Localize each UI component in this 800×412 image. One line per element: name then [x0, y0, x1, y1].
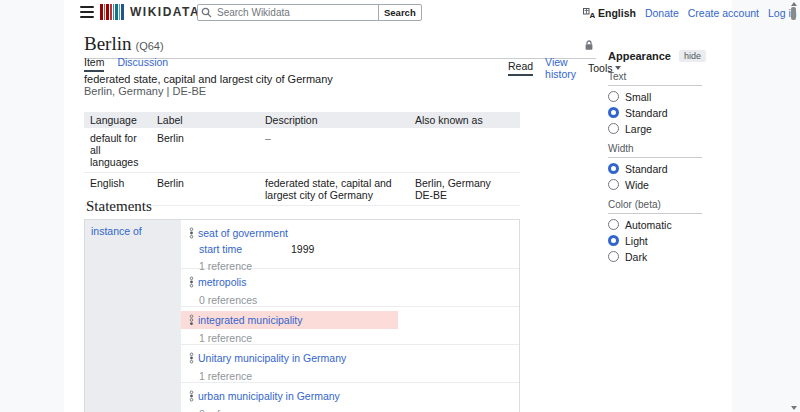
radio-icon-selected[interactable]	[608, 235, 619, 246]
cell-label: Berlin	[151, 173, 259, 206]
references-toggle[interactable]: 0 references	[199, 294, 519, 306]
cell-description: federated state, capital and largest cit…	[259, 173, 409, 206]
table-row: default for all languages Berlin –	[84, 128, 520, 173]
statement-row: Unitary municipality in Germany 1 refere…	[181, 345, 519, 383]
rank-selector-icon[interactable]	[188, 276, 195, 288]
page-canvas: WIKIDATA Search A English Donate Create …	[64, 0, 732, 412]
statement-row: metropolis 0 references	[181, 269, 519, 307]
statement-group-instance-of: instance of seat of government start tim…	[84, 219, 520, 412]
rank-selector-icon[interactable]	[188, 390, 195, 402]
radio-text-large[interactable]: Large	[608, 123, 702, 134]
section-label-width: Width	[608, 143, 702, 158]
cell-aliases	[409, 128, 520, 173]
tab-item[interactable]: Item	[84, 56, 104, 72]
radio-icon[interactable]	[608, 91, 619, 102]
radio-icon-selected[interactable]	[608, 163, 619, 174]
statement-row: seat of government start time1999 1 refe…	[181, 220, 519, 269]
radio-icon[interactable]	[608, 123, 619, 134]
statement-value-link[interactable]: integrated municipality	[198, 314, 302, 326]
appearance-title: Appearance	[608, 50, 671, 62]
cell-description: –	[259, 128, 409, 173]
statements-heading: Statements	[86, 198, 152, 215]
wikidata-logo[interactable]: WIKIDATA	[100, 4, 200, 20]
statement-value-link[interactable]: seat of government	[198, 227, 288, 239]
tab-view-history[interactable]: View history	[545, 56, 576, 80]
search-input[interactable]	[197, 4, 379, 21]
radio-color-automatic[interactable]: Automatic	[608, 219, 702, 230]
qualifier-value: 1999	[291, 243, 314, 255]
lock-icon	[584, 40, 594, 53]
scroll-up-arrow-icon[interactable]	[791, 2, 797, 6]
radio-color-dark[interactable]: Dark	[608, 251, 702, 262]
vertical-scrollbar[interactable]	[790, 0, 798, 412]
radio-icon[interactable]	[608, 219, 619, 230]
radio-text-small[interactable]: Small	[608, 91, 702, 102]
radio-text-standard[interactable]: Standard	[608, 107, 702, 118]
cell-language: default for all languages	[84, 128, 151, 173]
alias-line: Berlin, Germany	[415, 177, 514, 189]
column-header-description: Description	[259, 112, 409, 128]
entity-description: federated state, capital and largest cit…	[84, 73, 333, 85]
search-button[interactable]: Search	[378, 4, 422, 21]
language-icon: A	[583, 8, 595, 18]
terms-table: Language Label Description Also known as…	[84, 112, 520, 206]
terms-table-header-row: Language Label Description Also known as	[84, 112, 520, 128]
qualifier-property-link[interactable]: start time	[199, 243, 291, 255]
create-account-link[interactable]: Create account	[688, 7, 759, 19]
wikidata-logo-barcode-icon	[100, 4, 125, 20]
svg-text:A: A	[590, 11, 596, 19]
scroll-down-arrow-icon[interactable]	[791, 406, 797, 410]
radio-width-standard[interactable]: Standard	[608, 163, 702, 174]
statement-value-link[interactable]: Unitary municipality in Germany	[198, 352, 346, 364]
references-toggle[interactable]: 1 reference	[199, 332, 519, 344]
search-icon	[201, 7, 212, 20]
scrollbar-thumb[interactable]	[791, 7, 796, 20]
radio-icon[interactable]	[608, 251, 619, 262]
rank-selector-icon[interactable]	[188, 227, 195, 239]
entity-aliases: Berlin, Germany | DE-BE	[84, 85, 206, 97]
radio-color-light[interactable]: Light	[608, 235, 702, 246]
column-header-label: Label	[151, 112, 259, 128]
section-label-text: Text	[608, 71, 702, 86]
appearance-hide-button[interactable]: hide	[679, 50, 706, 62]
appearance-panel: Appearance hide Text Small Standard Larg…	[608, 50, 702, 262]
rank-selector-icon-deprecated[interactable]	[188, 314, 195, 326]
property-column: instance of	[85, 220, 181, 412]
column-header-also-known-as: Also known as	[409, 112, 520, 128]
section-label-color: Color (beta)	[608, 199, 702, 214]
donate-link[interactable]: Donate	[645, 7, 679, 19]
column-header-language: Language	[84, 112, 151, 128]
statement-value-link[interactable]: urban municipality in Germany	[198, 390, 340, 402]
language-label: English	[598, 7, 636, 19]
main-menu-icon[interactable]	[80, 6, 94, 18]
cell-label: Berlin	[151, 128, 259, 173]
radio-width-wide[interactable]: Wide	[608, 179, 702, 190]
rank-selector-icon[interactable]	[188, 352, 195, 364]
entity-id: (Q64)	[136, 40, 164, 52]
cell-aliases: Berlin, Germany DE-BE	[409, 173, 520, 206]
claims-column: seat of government start time1999 1 refe…	[181, 220, 519, 412]
language-selector[interactable]: A English	[583, 7, 636, 19]
statement-row-deprecated: integrated municipality 1 reference	[181, 307, 519, 345]
alias-line: DE-BE	[415, 189, 514, 201]
radio-icon[interactable]	[608, 179, 619, 190]
references-toggle[interactable]: 1 reference	[199, 370, 519, 382]
statement-row: urban municipality in Germany 0 referenc…	[181, 383, 519, 412]
logo-wordmark: WIKIDATA	[130, 5, 200, 19]
property-link[interactable]: instance of	[91, 225, 142, 237]
radio-icon-selected[interactable]	[608, 107, 619, 118]
tab-discussion[interactable]: Discussion	[117, 56, 168, 72]
page-title: Berlin	[84, 33, 132, 54]
tab-read[interactable]: Read	[508, 60, 533, 76]
references-toggle[interactable]: 0 references	[199, 408, 519, 412]
statement-value-link[interactable]: metropolis	[198, 276, 246, 288]
